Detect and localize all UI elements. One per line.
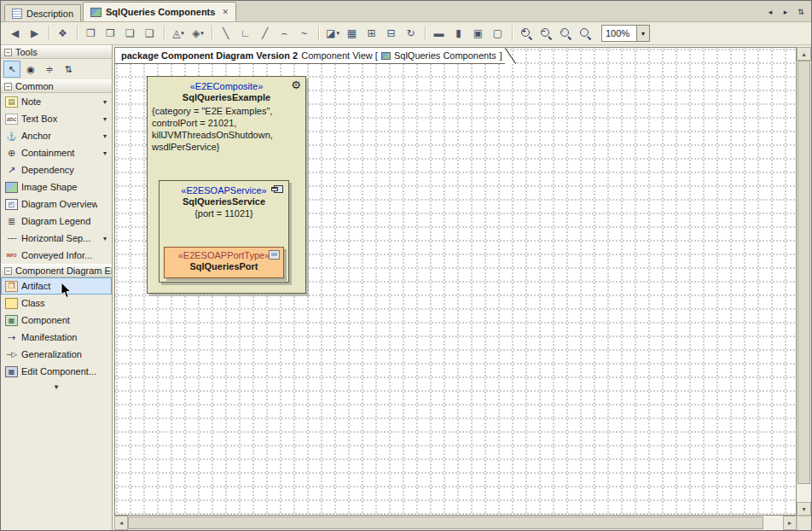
sidebar-item-text-box[interactable]: abc Text Box ▾ <box>1 110 112 127</box>
sidebar-item-anchor[interactable]: ⚓ Anchor ▾ <box>1 127 112 144</box>
tab-label: SqlQueries Components <box>106 7 215 17</box>
tab-description[interactable]: Description <box>4 4 81 21</box>
vertical-scroll-thumb[interactable] <box>798 61 810 484</box>
diagram-palette-sidebar: − Tools ↖ ◉ ≑ ⇅ − Common <box>1 45 113 530</box>
palette-item-icon: ╌╌ <box>5 233 18 244</box>
chevron-down-icon[interactable]: ▾ <box>101 98 109 106</box>
scroll-left-button[interactable]: ◂ <box>114 516 128 530</box>
diagram-canvas[interactable]: package Component Diagram Version 2 Comp… <box>114 47 797 516</box>
make-same-width-button[interactable]: ▬ <box>430 24 449 43</box>
layout-button[interactable]: ⊟ <box>382 24 401 43</box>
tabs-scroll-right-button[interactable]: ▸ <box>779 5 792 19</box>
zoom-in-button[interactable]: + <box>517 24 536 43</box>
sidebar-item-diagram-legend[interactable]: ≣ Diagram Legend <box>1 213 112 230</box>
chevron-down-icon[interactable]: ▾ <box>101 115 109 123</box>
scroll-down-button[interactable]: ▾ <box>797 502 811 516</box>
copy-button[interactable]: ❐ <box>82 24 101 43</box>
chevron-down-icon[interactable]: ▾ <box>101 149 109 157</box>
chevron-down-icon[interactable]: ▾ <box>636 26 649 41</box>
make-same-height-button[interactable]: ▮ <box>450 24 468 43</box>
autosize-button[interactable]: ▢ <box>489 24 508 43</box>
distribute-shapes-button[interactable]: ⇅ <box>60 61 77 78</box>
sidebar-item-containment[interactable]: ⊕ Containment ▾ <box>1 144 112 161</box>
toolbar-group-format: ◪▾ ▦ ⊞ ⊟ ↻ <box>323 24 420 43</box>
toolbar-group-line: ╲ ∟ ╱ ⌢ ~ <box>217 24 314 43</box>
scroll-right-button[interactable]: ▸ <box>783 516 797 530</box>
close-icon[interactable]: ✕ <box>222 8 229 16</box>
horizontal-scroll-track[interactable] <box>128 516 783 530</box>
diagram-frame-label: package Component Diagram Version 2 Comp… <box>115 48 516 64</box>
vertical-scroll-track[interactable] <box>797 61 811 502</box>
selection-tool-button[interactable]: ↖ <box>3 61 20 78</box>
magnifier-icon <box>579 27 592 40</box>
swimlane-button[interactable]: ◬▾ <box>169 24 188 43</box>
toolbar-group-shape: ◬▾ ◈▾ <box>169 24 207 43</box>
sidebar-item-component[interactable]: ▦ Component <box>1 312 112 329</box>
horizontal-scrollbar[interactable]: ◂ ▸ <box>114 516 797 530</box>
sidebar-item-dependency[interactable]: ↗ Dependency <box>1 161 112 178</box>
add-shape-button[interactable]: ◈▾ <box>188 24 207 43</box>
toolbar-separator <box>512 26 513 41</box>
refresh-button[interactable]: ↻ <box>402 24 420 43</box>
zoom-out-button[interactable]: − <box>536 24 555 43</box>
palette-item-icon: INFO <box>5 250 18 261</box>
scroll-up-button[interactable]: ▴ <box>797 47 811 61</box>
rectilinear-path-button[interactable]: ∟ <box>236 24 255 43</box>
show-grid-button[interactable]: ▦ <box>343 24 362 43</box>
component-sqlqueriesservice[interactable]: «E2ESOAPService» SqlQueriesService {port… <box>159 180 289 283</box>
tab-sqlqueries-components[interactable]: SqlQueries Components ✕ <box>83 2 236 21</box>
sticky-selection-button[interactable]: ◉ <box>22 61 39 78</box>
sidebar-item-generalization[interactable]: ─▷ Generalization <box>1 346 112 363</box>
sidebar-item-class[interactable]: ▭ Class <box>1 295 112 312</box>
sidebar-item-edit-component[interactable]: ▦ Edit Component... <box>1 363 112 380</box>
magnifier-icon: − <box>540 27 553 40</box>
collapse-icon[interactable]: − <box>4 267 12 275</box>
palette-section-tools[interactable]: − Tools <box>1 45 112 59</box>
vertical-scrollbar[interactable]: ▴ ▾ <box>797 47 811 516</box>
chevron-down-icon[interactable]: ▾ <box>101 132 109 140</box>
format-painter-button[interactable]: ◪▾ <box>323 24 342 43</box>
diagonal-path-button[interactable]: ╱ <box>256 24 275 43</box>
zoom-selection-button[interactable] <box>576 24 594 43</box>
stereotype-label: «E2EComposite» <box>148 81 305 91</box>
sidebar-item-conveyed-information[interactable]: INFO Conveyed Infor... <box>1 247 112 264</box>
palette-more-button[interactable]: ▾ <box>1 380 112 393</box>
zoom-select[interactable]: 100% ▾ <box>601 25 650 42</box>
zoom-fit-button[interactable]: ▫ <box>556 24 575 43</box>
horizontal-scroll-thumb[interactable] <box>128 516 763 529</box>
chevron-down-icon[interactable]: ▾ <box>101 235 109 242</box>
paste-button[interactable]: ❒ <box>102 24 120 43</box>
sidebar-item-horizontal-separator[interactable]: ╌╌ Horizontal Sep... ▾ <box>1 230 112 247</box>
tools-button-row: ↖ ◉ ≑ ⇅ <box>1 59 112 79</box>
sidebar-item-image-shape[interactable]: ▨ Image Shape <box>1 178 112 195</box>
curved-path-button[interactable]: ⌢ <box>276 24 294 43</box>
tabs-updown-button[interactable]: ⇅ <box>794 5 808 19</box>
section-title: Common <box>15 81 54 91</box>
forward-button[interactable]: ▶ <box>26 24 44 43</box>
sidebar-item-note[interactable]: ▤ Note ▾ <box>1 93 112 110</box>
collapse-icon[interactable]: − <box>4 83 12 90</box>
sidebar-item-manifestation[interactable]: ⇢ Manifestation <box>1 329 112 346</box>
collapse-icon[interactable]: − <box>4 49 12 56</box>
component-sqlqueriesexample[interactable]: ⚙ «E2EComposite» SqlQueriesExample {cate… <box>147 76 306 294</box>
sidebar-item-artifact[interactable]: ❐ Artifact <box>1 277 112 295</box>
select-in-containment-tree-button[interactable]: ❖ <box>54 24 72 43</box>
scrollbar-corner <box>797 516 811 530</box>
oblique-path-button[interactable]: ╲ <box>217 24 235 43</box>
snap-to-grid-button[interactable]: ⊞ <box>362 24 381 43</box>
palette-item-icon: ◰ <box>5 199 18 210</box>
make-same-size-button[interactable]: ▣ <box>469 24 488 43</box>
port-sqlqueriesport[interactable]: «E2ESOAPPortType» SqlQueriesPort <box>164 247 284 278</box>
paste-image-button[interactable]: ❑ <box>141 24 160 43</box>
palette-section-component-diagram-elements[interactable]: − Component Diagram El... <box>1 264 112 277</box>
palette-section-common[interactable]: − Common <box>1 79 112 93</box>
align-shapes-button[interactable]: ≑ <box>41 61 58 78</box>
component-name: SqlQueriesService <box>160 196 288 207</box>
spline-path-button[interactable]: ~ <box>295 24 314 43</box>
back-button[interactable]: ◀ <box>6 24 25 43</box>
tabs-scroll-left-button[interactable]: ◂ <box>763 5 777 19</box>
copy-image-button[interactable]: ❏ <box>121 24 140 43</box>
toolbar-separator <box>49 26 49 41</box>
sidebar-item-diagram-overview[interactable]: ◰ Diagram Overview <box>1 195 112 213</box>
tab-label: Description <box>26 9 73 19</box>
